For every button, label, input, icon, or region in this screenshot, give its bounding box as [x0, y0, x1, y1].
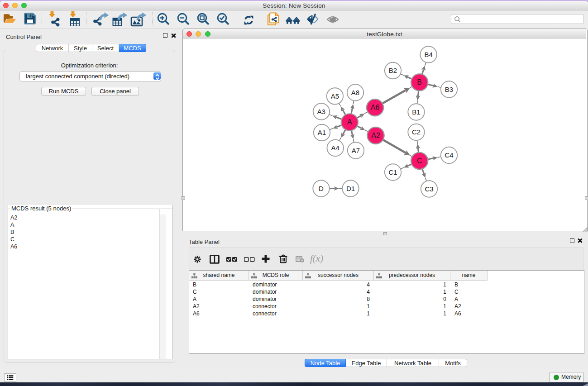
svg-text:A2: A2	[371, 132, 380, 139]
svg-text:A4: A4	[331, 144, 339, 152]
svg-text:A1: A1	[318, 129, 326, 136]
svg-text:C2: C2	[412, 128, 421, 136]
svg-text:B: B	[417, 78, 422, 86]
svg-text:B4: B4	[424, 51, 432, 58]
svg-text:D1: D1	[346, 185, 355, 192]
svg-text:C: C	[417, 157, 422, 165]
svg-text:A5: A5	[331, 92, 339, 100]
svg-text:D: D	[319, 185, 324, 192]
svg-text:C1: C1	[388, 168, 397, 176]
svg-text:B2: B2	[389, 67, 397, 74]
svg-text:A7: A7	[352, 147, 360, 154]
svg-text:C3: C3	[425, 185, 433, 193]
svg-text:B1: B1	[412, 108, 420, 116]
svg-text:B3: B3	[445, 86, 453, 93]
svg-text:C4: C4	[445, 151, 453, 159]
svg-text:A6: A6	[371, 104, 380, 111]
svg-text:A: A	[347, 118, 352, 126]
svg-text:A3: A3	[317, 108, 325, 115]
svg-text:A8: A8	[351, 89, 359, 96]
